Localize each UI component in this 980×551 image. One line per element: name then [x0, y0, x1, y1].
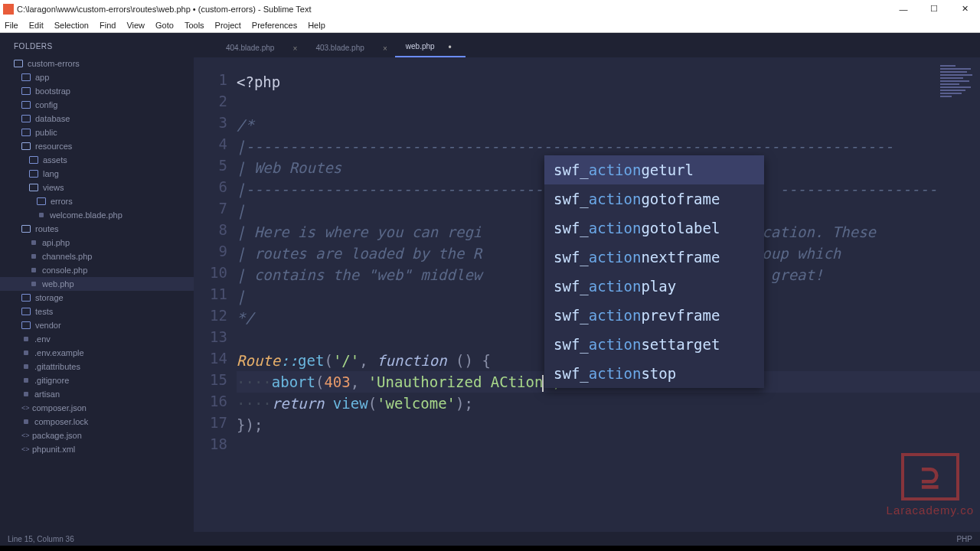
tree-item-label: api.php — [42, 238, 70, 247]
autocomplete-item[interactable]: swf_actionprevframe — [544, 301, 764, 330]
autocomplete-item[interactable]: swf_actionnextframe — [544, 243, 764, 272]
app-icon — [3, 4, 14, 15]
dirty-indicator: • — [448, 42, 451, 53]
tree-item-label: artisan — [34, 390, 60, 399]
file-icon — [24, 337, 28, 341]
file-icon — [31, 254, 36, 259]
folder-icon — [37, 197, 46, 205]
menu-preferences[interactable]: Preferences — [252, 21, 297, 30]
tree-item-lang[interactable]: lang — [0, 167, 194, 181]
tree-item-console-php[interactable]: console.php — [0, 263, 194, 277]
folder-icon — [21, 87, 31, 95]
code-file-icon: <> — [21, 445, 28, 453]
tree-item--gitignore[interactable]: .gitignore — [0, 373, 194, 387]
folder-icon — [29, 170, 38, 178]
gutter: 123456789101112131415161718 — [194, 57, 237, 532]
tree-item-artisan[interactable]: artisan — [0, 387, 194, 401]
tree-item-tests[interactable]: tests — [0, 305, 194, 318]
tree-item-public[interactable]: public — [0, 126, 194, 139]
tree-item-label: .gitignore — [34, 376, 69, 385]
tree-item-label: routes — [35, 224, 59, 233]
tab-close-icon[interactable]: × — [383, 44, 387, 53]
menu-file[interactable]: File — [5, 21, 18, 30]
tree-item-web-php[interactable]: web.php — [0, 277, 194, 291]
tab-404-blade-php[interactable]: 404.blade.php× — [215, 38, 305, 57]
file-icon — [24, 364, 28, 369]
tree-item-api-php[interactable]: api.php — [0, 236, 194, 249]
tree-item-custom-errors[interactable]: custom-errors — [0, 57, 194, 70]
window-title: C:\laragon\www\custom-errors\routes\web.… — [17, 5, 312, 14]
folder-icon — [21, 321, 31, 329]
tree-item-label: custom-errors — [28, 59, 80, 68]
watermark: ⊇ Laracademy.co — [887, 453, 974, 517]
code-area[interactable]: 123456789101112131415161718 <?php /* |--… — [194, 57, 980, 532]
tree-item-package-json[interactable]: <>package.json — [0, 429, 194, 442]
code-file-icon: <> — [21, 432, 28, 439]
tree-item-phpunit-xml[interactable]: <>phpunit.xml — [0, 442, 194, 456]
status-syntax[interactable]: PHP — [956, 535, 972, 543]
close-button[interactable]: ✕ — [949, 0, 980, 18]
menu-tools[interactable]: Tools — [185, 21, 204, 30]
tree-item-label: bootstrap — [35, 86, 70, 96]
tree-item-app[interactable]: app — [0, 70, 194, 84]
folder-icon — [14, 60, 23, 67]
tree-item-label: app — [35, 73, 49, 82]
file-icon — [24, 392, 28, 396]
tree-item-channels-php[interactable]: channels.php — [0, 249, 194, 263]
tree-item-label: resources — [35, 142, 72, 151]
statusbar: Line 15, Column 36 PHP — [0, 532, 980, 546]
tree-item-label: channels.php — [42, 252, 92, 261]
tree-item-views[interactable]: views — [0, 181, 194, 194]
folder-icon — [21, 225, 31, 233]
menu-find[interactable]: Find — [100, 21, 116, 30]
tree-item-label: storage — [35, 293, 64, 302]
tree-item-config[interactable]: config — [0, 98, 194, 112]
tree-item-label: phpunit.xml — [32, 445, 75, 454]
bottom-black-bar — [0, 546, 980, 551]
tab-403-blade-php[interactable]: 403.blade.php× — [305, 38, 394, 57]
tree-item-composer-lock[interactable]: composer.lock — [0, 415, 194, 429]
menu-project[interactable]: Project — [215, 21, 241, 30]
tree-item-label: lang — [43, 169, 59, 178]
code-file-icon: <> — [21, 404, 28, 412]
tree-item-bootstrap[interactable]: bootstrap — [0, 84, 194, 98]
tree-item-database[interactable]: database — [0, 112, 194, 126]
folder-icon — [29, 184, 38, 191]
code-lines[interactable]: <?php /* |------------------------------… — [237, 57, 980, 532]
tree-item-storage[interactable]: storage — [0, 291, 194, 305]
tree-item-errors[interactable]: errors — [0, 194, 194, 208]
folder-icon — [21, 101, 31, 109]
maximize-button[interactable]: ☐ — [919, 0, 949, 18]
menu-help[interactable]: Help — [308, 21, 325, 30]
minimize-button[interactable]: — — [888, 0, 919, 18]
menu-view[interactable]: View — [126, 21, 145, 30]
tree-item--env-example[interactable]: .env.example — [0, 346, 194, 360]
tree-item-label: .env.example — [34, 348, 84, 357]
tree-item-welcome-blade-php[interactable]: welcome.blade.php — [0, 208, 194, 222]
menu-goto[interactable]: Goto — [155, 21, 174, 30]
folder-icon — [21, 294, 31, 302]
sidebar: FOLDERS custom-errorsappbootstrapconfigd… — [0, 33, 194, 532]
tree-item-label: errors — [51, 197, 73, 206]
autocomplete-item[interactable]: swf_actionplay — [544, 272, 764, 301]
tree-item--gitattributes[interactable]: .gitattributes — [0, 360, 194, 373]
tree-item-routes[interactable]: routes — [0, 222, 194, 236]
tree-item-assets[interactable]: assets — [0, 153, 194, 167]
tree-item-vendor[interactable]: vendor — [0, 318, 194, 332]
minimap[interactable] — [940, 65, 978, 111]
autocomplete-popup[interactable]: swf_actiongeturlswf_actiongotoframeswf_a… — [544, 155, 764, 388]
tree-item-composer-json[interactable]: <>composer.json — [0, 401, 194, 415]
menu-edit[interactable]: Edit — [29, 21, 44, 30]
autocomplete-item[interactable]: swf_actiongeturl — [544, 155, 764, 184]
tab-web-php[interactable]: web.php• — [395, 37, 466, 57]
autocomplete-item[interactable]: swf_actionsettarget — [544, 330, 764, 359]
autocomplete-item[interactable]: swf_actiongotoframe — [544, 184, 764, 214]
tab-close-icon[interactable]: × — [293, 44, 298, 53]
tree-item-label: .gitattributes — [34, 362, 80, 371]
autocomplete-item[interactable]: swf_actiongotolabel — [544, 214, 764, 243]
tree-item--env[interactable]: .env — [0, 332, 194, 346]
menu-selection[interactable]: Selection — [54, 21, 89, 30]
tree-item-resources[interactable]: resources — [0, 139, 194, 153]
folder-icon — [21, 142, 31, 150]
autocomplete-item[interactable]: swf_actionstop — [544, 359, 764, 388]
